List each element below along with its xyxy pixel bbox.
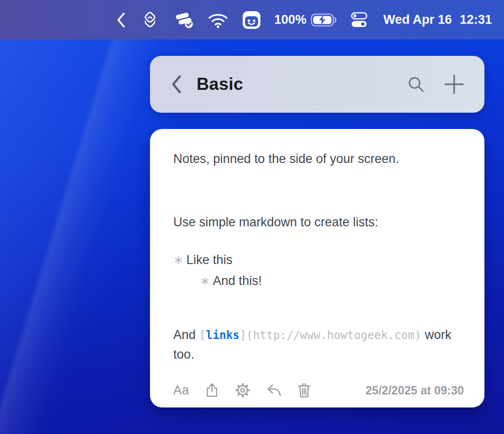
- undo-button[interactable]: [266, 383, 282, 397]
- menu-bar: 100% Wed Apr 16 12:31: [0, 0, 504, 40]
- menu-bar-clock[interactable]: Wed Apr 16 12:31: [383, 13, 492, 27]
- page-title: Basic: [197, 75, 243, 94]
- date-label: Wed Apr 16: [383, 13, 452, 27]
- trash-icon: [297, 382, 311, 398]
- text-format-label: Aa: [173, 383, 189, 398]
- battery-percent-label: 100%: [274, 13, 306, 27]
- bullet-asterisk: ∗: [173, 253, 186, 267]
- markdown-url: (http://www.howtogeek.com): [246, 329, 422, 342]
- list-item: ∗ Like this: [173, 253, 461, 267]
- bullet-asterisk: ∗: [200, 274, 213, 288]
- note-editor[interactable]: Notes, pinned to the side of your screen…: [173, 149, 461, 364]
- control-center-icon[interactable]: [350, 12, 368, 28]
- settings-button[interactable]: [235, 382, 251, 398]
- markdown-link-text[interactable]: links: [206, 329, 239, 342]
- vpn-check-icon[interactable]: [173, 10, 195, 30]
- share-icon: [204, 382, 219, 398]
- battery-status[interactable]: 100%: [274, 13, 338, 27]
- assistant-app-icon[interactable]: [241, 10, 262, 30]
- back-button[interactable]: [170, 74, 184, 95]
- markdown-close-bracket: ]: [239, 329, 246, 342]
- note-card: Notes, pinned to the side of your screen…: [150, 129, 484, 407]
- list-item-label: Like this: [186, 253, 232, 267]
- search-button[interactable]: [406, 75, 426, 94]
- note-toolbar: Aa: [173, 382, 464, 398]
- wifi-icon[interactable]: [207, 12, 229, 28]
- note-markdown-line: Use simple markdown to create lists:: [173, 213, 461, 231]
- list-item-nested: ∗ And this!: [200, 274, 461, 288]
- gear-icon: [235, 382, 251, 398]
- delete-note-button[interactable]: [297, 382, 311, 398]
- note-intro-line: Notes, pinned to the side of your screen…: [173, 149, 461, 168]
- undo-arrow-icon: [266, 383, 282, 397]
- notes-header-bar: Basic: [150, 56, 484, 113]
- markdown-open-bracket: [: [199, 329, 206, 342]
- menu-collapse-chevron-icon[interactable]: [116, 11, 127, 29]
- share-button[interactable]: [204, 382, 219, 398]
- new-note-button[interactable]: [443, 74, 465, 95]
- note-link-line: And [links](http://www.howtogeek.com) wo…: [173, 326, 461, 364]
- time-label: 12:31: [460, 13, 492, 27]
- battery-charging-icon: [311, 13, 338, 27]
- text-format-button[interactable]: Aa: [173, 383, 189, 398]
- plus-icon: [443, 74, 465, 95]
- note-timestamp: 25/2/2025 at 09:30: [366, 384, 464, 397]
- link-sentence-prefix: And: [173, 328, 199, 342]
- list-item-label: And this!: [213, 274, 262, 288]
- search-icon: [406, 75, 426, 94]
- stacked-layers-icon[interactable]: [139, 9, 161, 31]
